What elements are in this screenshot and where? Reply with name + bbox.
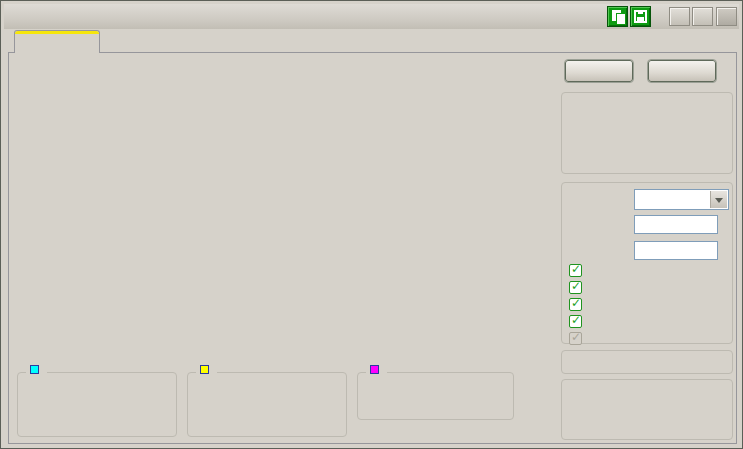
app-window	[0, 0, 743, 449]
copy-to-clipboard-button[interactable]	[607, 6, 628, 27]
checkbox-show-c1-pie[interactable]	[569, 264, 587, 277]
pi-failures-stats-box	[187, 372, 347, 437]
start-button[interactable]	[565, 60, 633, 82]
checkbox-show-write-speed	[569, 332, 587, 345]
minimize-button[interactable]	[669, 7, 690, 26]
progress-group	[561, 379, 733, 440]
maximize-button[interactable]	[692, 7, 713, 26]
close-button[interactable]	[716, 7, 737, 26]
pi-errors-swatch	[30, 365, 39, 374]
speed-combobox[interactable]	[634, 189, 729, 210]
quality-score-group	[561, 350, 733, 374]
title-bar[interactable]	[4, 4, 739, 29]
pi-errors-stats-box	[17, 372, 177, 437]
checkbox-show-c2-pif[interactable]	[569, 281, 587, 294]
disc-info-group	[561, 92, 733, 174]
exit-button[interactable]	[648, 60, 716, 82]
end-pos-input[interactable]	[634, 241, 718, 260]
checked-checkbox-icon	[569, 315, 582, 328]
checked-checkbox-icon	[569, 281, 582, 294]
jitter-stats-box	[357, 372, 514, 420]
chevron-down-icon[interactable]	[710, 191, 727, 208]
checkbox-show-read-speed[interactable]	[569, 315, 587, 328]
start-pos-input[interactable]	[634, 215, 718, 234]
pi-failures-swatch	[200, 365, 209, 374]
tab-disc-quality[interactable]	[14, 30, 100, 53]
checked-checkbox-icon	[569, 298, 582, 311]
jitter-swatch	[370, 365, 379, 374]
checked-checkbox-icon	[569, 332, 582, 345]
checkbox-show-jitter[interactable]	[569, 298, 587, 311]
save-button[interactable]	[630, 6, 651, 27]
checked-checkbox-icon	[569, 264, 582, 277]
